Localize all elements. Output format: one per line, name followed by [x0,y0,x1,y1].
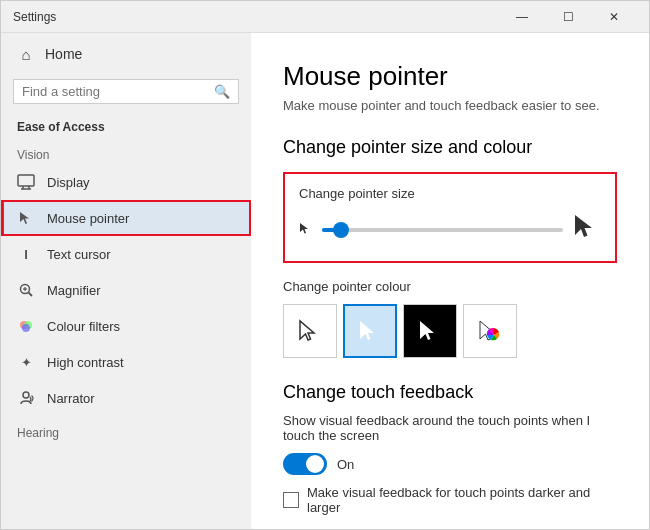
sidebar-item-colour-filters[interactable]: Colour filters [1,308,251,344]
maximize-button[interactable]: ☐ [545,1,591,33]
sidebar-section-label: Ease of Access [1,116,251,142]
svg-point-10 [22,324,30,332]
sidebar-item-text-cursor[interactable]: I Text cursor [1,236,251,272]
titlebar-title: Settings [13,10,499,24]
titlebar: Settings — ☐ ✕ [1,1,649,33]
sidebar-item-colour-filters-label: Colour filters [47,319,120,334]
page-title: Mouse pointer [283,61,617,92]
close-button[interactable]: ✕ [591,1,637,33]
sidebar-item-narrator[interactable]: Narrator [1,380,251,416]
sidebar: ⌂ Home 🔍 Ease of Access Vision [1,33,251,529]
svg-rect-0 [18,175,34,186]
touch-darker-checkbox[interactable] [283,492,299,508]
hearing-category-label: Hearing [1,416,251,442]
slider-thumb [333,222,349,238]
toggle-label: On [337,457,354,472]
touch-desc: Show visual feedback around the touch po… [283,413,617,443]
slider-row [299,213,601,247]
sidebar-item-narrator-label: Narrator [47,391,95,406]
touch-section-title: Change touch feedback [283,382,617,403]
vision-category-label: Vision [1,142,251,164]
pointer-section-title: Change pointer size and colour [283,137,617,158]
main-panel: Mouse pointer Make mouse pointer and tou… [251,33,649,529]
sidebar-item-home[interactable]: ⌂ Home [1,33,251,75]
touch-toggle[interactable] [283,453,327,475]
minimize-button[interactable]: — [499,1,545,33]
checkbox-label: Make visual feedback for touch points da… [307,485,617,515]
sidebar-item-display-label: Display [47,175,90,190]
pointer-size-label: Change pointer size [299,186,601,201]
home-label: Home [45,46,82,62]
pointer-colour-label: Change pointer colour [283,279,617,294]
sidebar-item-mouse-pointer[interactable]: Mouse pointer [1,200,251,236]
colour-option-inverted[interactable] [403,304,457,358]
svg-point-11 [23,392,29,398]
sidebar-item-display[interactable]: Display [1,164,251,200]
main-content: ⌂ Home 🔍 Ease of Access Vision [1,33,649,529]
sidebar-item-high-contrast[interactable]: ✦ High contrast [1,344,251,380]
search-box[interactable]: 🔍 [13,79,239,104]
sidebar-item-magnifier[interactable]: Magnifier [1,272,251,308]
colour-option-white[interactable] [283,304,337,358]
search-input[interactable] [22,84,208,99]
small-cursor-icon [299,222,312,238]
text-cursor-icon: I [17,245,35,263]
colour-option-black[interactable] [343,304,397,358]
magnifier-icon [17,281,35,299]
colour-filters-icon [17,317,35,335]
display-icon [17,173,35,191]
pointer-size-slider[interactable] [322,228,563,232]
settings-window: Settings — ☐ ✕ ⌂ Home 🔍 Ease of Access V… [0,0,650,530]
colour-options [283,304,617,358]
large-cursor-icon [573,213,601,247]
colour-option-custom[interactable] [463,304,517,358]
toggle-knob [306,455,324,473]
search-icon: 🔍 [214,84,230,99]
touch-toggle-row: On [283,453,617,475]
mouse-pointer-icon [17,209,35,227]
sidebar-item-magnifier-label: Magnifier [47,283,100,298]
sidebar-item-mouse-pointer-label: Mouse pointer [47,211,129,226]
checkbox-row: Make visual feedback for touch points da… [283,485,617,515]
svg-line-5 [29,293,33,297]
sidebar-item-text-cursor-label: Text cursor [47,247,111,262]
narrator-icon [17,389,35,407]
sidebar-item-high-contrast-label: High contrast [47,355,124,370]
home-icon: ⌂ [17,45,35,63]
pointer-size-box: Change pointer size [283,172,617,263]
titlebar-controls: — ☐ ✕ [499,1,637,33]
page-subtitle: Make mouse pointer and touch feedback ea… [283,98,617,113]
high-contrast-icon: ✦ [17,353,35,371]
